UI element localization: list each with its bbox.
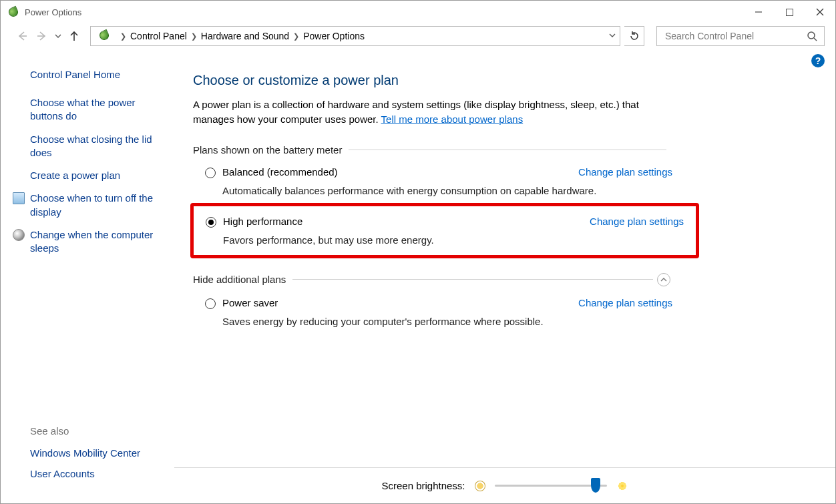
plan-balanced-radio[interactable] xyxy=(205,168,216,178)
search-icon xyxy=(807,31,817,41)
footer: Screen brightness: xyxy=(174,467,835,503)
main-pane: ? Choose or customize a power plan A pow… xyxy=(174,54,835,503)
change-plan-settings-link[interactable]: Change plan settings xyxy=(578,166,672,178)
address-bar[interactable]: ❯ Control Panel ❯ Hardware and Sound ❯ P… xyxy=(90,26,620,46)
change-plan-settings-link[interactable]: Change plan settings xyxy=(590,216,684,227)
refresh-button[interactable] xyxy=(624,26,644,46)
sidebar-link-power-buttons[interactable]: Choose what the power buttons do xyxy=(30,96,166,123)
moon-icon xyxy=(13,229,25,241)
nav-history-dropdown[interactable] xyxy=(54,33,62,39)
plan-high-performance-radio[interactable] xyxy=(206,217,216,228)
chevron-right-icon: ❯ xyxy=(120,32,126,41)
plan-description: Saves energy by reducing your computer's… xyxy=(222,316,672,327)
arrow-up-icon xyxy=(68,30,80,42)
page-intro: A power plan is a collection of hardware… xyxy=(193,97,647,127)
section-plans-heading: Plans shown on the battery meter xyxy=(193,144,349,156)
breadcrumb-mid[interactable]: Hardware and Sound xyxy=(201,31,289,41)
nav-forward-button[interactable] xyxy=(34,28,50,44)
plan-description: Favors performance, but may use more ene… xyxy=(223,234,677,246)
search-box[interactable] xyxy=(656,26,825,46)
plan-name[interactable]: High performance xyxy=(223,216,576,227)
sun-dim-icon xyxy=(475,481,485,491)
address-dropdown[interactable] xyxy=(609,32,616,40)
plan-name[interactable]: Balanced (recommended) xyxy=(222,166,565,178)
chevron-up-icon xyxy=(660,276,667,283)
title-bar: Power Options xyxy=(1,1,835,23)
nav-back-button[interactable] xyxy=(14,28,30,44)
svg-line-7 xyxy=(814,38,817,41)
brightness-label: Screen brightness: xyxy=(381,480,465,491)
app-icon xyxy=(7,6,19,18)
change-plan-settings-link[interactable]: Change plan settings xyxy=(578,297,672,308)
sidebar-link-label: Choose when to turn off the display xyxy=(30,192,153,217)
section-hide-heading: Hide additional plans xyxy=(193,274,292,285)
window-title: Power Options xyxy=(25,7,81,17)
sidebar-link-create-plan[interactable]: Create a power plan xyxy=(30,169,166,182)
plan-balanced: Balanced (recommended) Change plan setti… xyxy=(205,164,672,196)
svg-point-6 xyxy=(808,32,815,39)
nav-row: ❯ Control Panel ❯ Hardware and Sound ❯ P… xyxy=(1,23,835,49)
chevron-down-icon xyxy=(55,33,61,39)
maximize-icon xyxy=(786,9,793,16)
sidebar-link-label: Change when the computer sleeps xyxy=(30,229,153,254)
page-title: Choose or customize a power plan xyxy=(193,73,814,88)
monitor-icon xyxy=(13,192,25,204)
maximize-button[interactable] xyxy=(774,1,805,23)
plan-description: Automatically balances performance with … xyxy=(222,185,672,196)
chevron-right-icon: ❯ xyxy=(293,32,299,41)
sidebar-link-closing-lid[interactable]: Choose what closing the lid does xyxy=(30,133,166,160)
minimize-button[interactable] xyxy=(743,1,774,23)
brightness-slider[interactable] xyxy=(495,485,607,487)
see-also-mobility-center[interactable]: Windows Mobility Center xyxy=(30,447,140,459)
see-also-label: See also xyxy=(30,425,140,437)
search-input[interactable] xyxy=(664,30,807,42)
plan-power-saver-radio[interactable] xyxy=(205,298,216,309)
sidebar-link-computer-sleeps[interactable]: Change when the computer sleeps xyxy=(30,228,166,256)
brightness-slider-thumb[interactable] xyxy=(591,478,600,493)
sidebar: Control Panel Home Choose what the power… xyxy=(1,54,174,503)
control-panel-home-link[interactable]: Control Panel Home xyxy=(30,69,166,80)
minimize-icon xyxy=(755,8,763,16)
refresh-icon xyxy=(629,31,640,41)
close-icon xyxy=(816,8,824,16)
plan-power-saver: Power saver Change plan settings Saves e… xyxy=(205,294,672,327)
highlighted-plan: High performance Change plan settings Fa… xyxy=(190,203,699,258)
plan-name[interactable]: Power saver xyxy=(222,297,565,308)
learn-more-link[interactable]: Tell me more about power plans xyxy=(381,113,524,125)
close-button[interactable] xyxy=(805,1,835,23)
breadcrumb-leaf[interactable]: Power Options xyxy=(303,31,365,41)
chevron-down-icon xyxy=(609,32,616,39)
collapse-plans-button[interactable] xyxy=(657,273,670,286)
help-button[interactable]: ? xyxy=(811,54,825,67)
help-icon: ? xyxy=(815,55,821,66)
location-icon xyxy=(97,29,112,43)
see-also-user-accounts[interactable]: User Accounts xyxy=(30,468,140,479)
sun-bright-icon xyxy=(616,480,628,492)
divider xyxy=(349,150,666,150)
sidebar-link-turn-off-display[interactable]: Choose when to turn off the display xyxy=(30,192,166,219)
divider xyxy=(292,279,653,280)
arrow-right-icon xyxy=(36,30,48,42)
arrow-left-icon xyxy=(16,30,28,42)
nav-up-button[interactable] xyxy=(66,28,82,44)
chevron-right-icon: ❯ xyxy=(191,32,197,41)
breadcrumb-root[interactable]: Control Panel xyxy=(130,31,187,41)
